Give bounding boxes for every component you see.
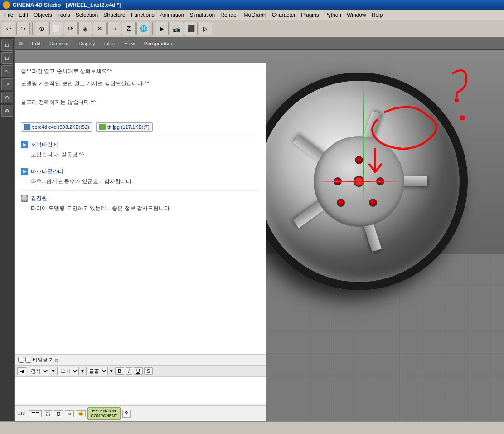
url-face-btn[interactable]: ☺ <box>65 410 74 417</box>
select-poly-btn[interactable]: ◈ <box>78 22 92 35</box>
reply-2-username[interactable]: 마스타몬스터 <box>31 168 63 176</box>
form-font-select[interactable]: 글꼴 <box>86 367 108 375</box>
viewport[interactable]: ⊞ Edit Cameras Display Filter View Persp… <box>15 37 504 421</box>
side-arrow2-btn[interactable]: ↗ <box>1 78 13 90</box>
select-rect-btn[interactable]: ⬜ <box>49 22 63 35</box>
redo-btn[interactable]: ↪ <box>16 22 30 35</box>
menu-item-character[interactable]: Character <box>269 11 299 19</box>
undo-btn[interactable]: ↩ <box>2 22 15 35</box>
form-strike-btn[interactable]: S <box>144 367 153 375</box>
form-search-select[interactable]: 검색 <box>28 367 49 375</box>
attachment-c4d-label: tierc4d.c4d (393.2KB)(52) <box>32 124 89 130</box>
menu-item-mograph[interactable]: MoGraph <box>241 11 269 19</box>
axis-y <box>363 83 364 203</box>
form-font-down: ▼ <box>109 369 114 374</box>
menu-item-edit[interactable]: Edit <box>16 11 31 19</box>
side-circle-btn[interactable]: ⊙ <box>1 92 13 103</box>
reply-form-url: URL ☰☰ ⬚ 🖼 ☺ 😊 EXTENSIONCOMPONENT ? <box>15 405 266 421</box>
help-btn[interactable]: ? <box>122 410 131 418</box>
secret-checkbox[interactable] <box>18 357 24 363</box>
secret-checkbox-label: 비밀글 기능 <box>18 356 59 363</box>
move-btn[interactable]: ⊕ <box>35 22 48 35</box>
url-label: URL <box>17 411 27 416</box>
forum-panel[interactable]: 첨부파일 열고 순서대로 살펴보세요^^ 모델링 기본적인 뽀만 알고 계시면 … <box>15 63 266 421</box>
jpg-file-icon <box>99 124 106 130</box>
c4d-file-icon <box>24 124 30 130</box>
reply-1: ▶ 저녁바람에 고맙습니다. 길동님 ^^ <box>21 137 259 159</box>
menu-item-tools[interactable]: Tools <box>55 11 73 19</box>
x-axis-btn[interactable]: ✕ <box>93 22 107 35</box>
reply-3-username[interactable]: 김진원 <box>31 195 47 202</box>
title-label: CINEMA 4D Studio - [WHEEL_Last2.c4d *] <box>13 2 121 8</box>
y-axis-btn[interactable]: ○ <box>107 22 121 35</box>
secret-checkbox-2[interactable] <box>25 357 31 363</box>
reply-form: 비밀글 기능 ◀ 검색 ▼ 크기 ▼ 글꼴 ▼ B I U S <box>15 354 266 421</box>
form-underline-btn[interactable]: U <box>134 367 143 375</box>
reply-textarea[interactable] <box>15 377 266 404</box>
reply-3-avatar <box>21 195 28 202</box>
render-btn[interactable]: 📷 <box>170 22 183 35</box>
extension-btn[interactable]: EXTENSIONCOMPONENT <box>87 407 121 420</box>
world-coord-btn[interactable]: 🌐 <box>136 22 150 35</box>
side-star-btn[interactable]: ⊛ <box>1 105 13 117</box>
viewport-menu-view[interactable]: View <box>122 40 137 47</box>
reply-2-icon: ▶ <box>21 168 28 175</box>
menu-item-python[interactable]: Python <box>322 11 344 19</box>
menu-item-selection[interactable]: Selection <box>73 11 101 19</box>
z-axis-btn[interactable]: Z <box>122 22 136 35</box>
side-layout-btn[interactable]: ⊡ <box>1 52 13 64</box>
render-region-btn[interactable]: ⬛ <box>184 22 198 35</box>
reply-1-username[interactable]: 저녁바람에 <box>31 141 58 149</box>
menu-item-file[interactable]: File <box>2 11 16 19</box>
url-box-btn[interactable]: ⬚ <box>44 410 52 417</box>
left-sidebar: ⊞⊡↖↗⊙⊛ <box>0 37 15 421</box>
viewport-menu-cameras[interactable]: Cameras <box>48 40 72 47</box>
reply-2: ▶ 마스타몬스터 와우...쉽게 만들수가 있군요... 감사합니다. <box>21 164 259 186</box>
reply-1-icon: ▶ <box>21 141 28 148</box>
url-image-btn[interactable]: 🖼 <box>54 410 63 417</box>
url-emoji-btn[interactable]: 😊 <box>76 410 86 417</box>
reply-1-text: 고맙습니다. 길동님 ^^ <box>31 151 259 159</box>
form-size-select[interactable]: 크기 <box>57 367 79 375</box>
forum-body-text-2: 모델링 기본적인 뽀만 알고 계시면 감잡으실겁니다.^^ <box>21 79 259 88</box>
menu-item-functions[interactable]: Functions <box>128 11 157 19</box>
viewport-3d: 첨부파일 열고 순서대로 살펴보세요^^ 모델링 기본적인 뽀만 알고 계시면 … <box>15 50 504 421</box>
hub-bolt-5 <box>369 199 377 207</box>
menu-item-animation[interactable]: Animation <box>157 11 187 19</box>
form-bold-btn[interactable]: B <box>115 367 124 375</box>
app-logo <box>3 1 10 9</box>
reply-2-header: ▶ 마스타몬스터 <box>21 168 259 176</box>
menu-item-structure[interactable]: Structure <box>101 11 128 19</box>
form-undo-btn[interactable]: ◀ <box>17 367 26 375</box>
side-mode-btn[interactable]: ⊞ <box>1 39 13 51</box>
reply-3-header: 김진원 <box>21 195 259 202</box>
url-quote-btn[interactable]: ☰☰ <box>29 410 42 417</box>
select-circle-btn[interactable]: ⟳ <box>64 22 78 35</box>
reply-2-text: 와우...쉽게 만들수가 있군요... 감사합니다. <box>31 177 259 186</box>
side-arrow-btn[interactable]: ↖ <box>1 65 13 77</box>
reply-1-header: ▶ 저녁바람에 <box>21 141 259 149</box>
viewport-menu-filter[interactable]: Filter <box>102 40 117 47</box>
play-btn[interactable]: ▶ <box>155 22 169 35</box>
menu-item-objects[interactable]: Objects <box>31 11 55 19</box>
forum-content: 첨부파일 열고 순서대로 살펴보세요^^ 모델링 기본적인 뽀만 알고 계시면 … <box>15 63 266 222</box>
secret-label: 비밀글 기능 <box>33 356 59 363</box>
render-view-btn[interactable]: ▷ <box>199 22 212 35</box>
form-italic-btn[interactable]: I <box>126 367 132 375</box>
hub-bolt-4 <box>337 199 345 207</box>
attachment-c4d[interactable]: tierc4d.c4d (393.2KB)(52) <box>21 122 92 132</box>
menu-item-render[interactable]: Render <box>218 11 241 19</box>
menu-item-help[interactable]: Help <box>369 11 386 19</box>
menu-item-window[interactable]: Window <box>344 11 369 19</box>
viewport-menu-edit[interactable]: Edit <box>30 40 42 47</box>
attachment-jpg-label: ttt.jpg (117.1KB)(7) <box>107 124 150 130</box>
form-size-down: ▼ <box>80 369 85 374</box>
attachment-jpg[interactable]: ttt.jpg (117.1KB)(7) <box>96 122 153 132</box>
viewport-menu-display[interactable]: Display <box>77 40 97 47</box>
title-bar: CINEMA 4D Studio - [WHEEL_Last2.c4d *] <box>0 0 504 10</box>
main-area: ⊞⊡↖↗⊙⊛ ⊞ Edit Cameras Display Filter Vie… <box>0 37 504 421</box>
form-size-label: ▼ <box>51 368 56 374</box>
menu-item-simulation[interactable]: Simulation <box>187 11 218 19</box>
menu-item-plugins[interactable]: Plugins <box>298 11 321 19</box>
forum-body-text-1: 첨부파일 열고 순서대로 살펴보세요^^ <box>21 67 259 76</box>
